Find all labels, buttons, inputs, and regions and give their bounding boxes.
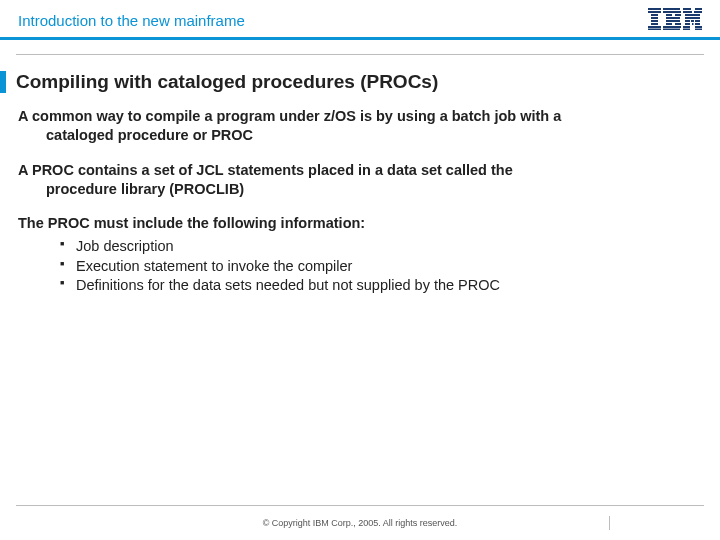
paragraph-2: A PROC contains a set of JCL statements … xyxy=(18,161,702,199)
paragraph-1: A common way to compile a program under … xyxy=(18,107,702,145)
slide-title-row: Compiling with cataloged procedures (PRO… xyxy=(0,71,720,93)
slide-title: Compiling with cataloged procedures (PRO… xyxy=(16,71,438,93)
svg-rect-30 xyxy=(695,23,700,25)
header-title: Introduction to the new mainframe xyxy=(18,12,245,29)
svg-rect-23 xyxy=(693,14,700,16)
svg-rect-24 xyxy=(685,17,700,19)
svg-rect-25 xyxy=(685,20,690,22)
footer-copyright: © Copyright IBM Corp., 2005. All rights … xyxy=(0,518,720,528)
svg-rect-28 xyxy=(685,23,690,25)
svg-rect-27 xyxy=(695,20,700,22)
svg-rect-12 xyxy=(666,17,680,19)
svg-rect-7 xyxy=(648,29,661,31)
para2-cont: procedure library (PROCLIB) xyxy=(46,180,702,199)
svg-rect-11 xyxy=(675,14,681,16)
svg-rect-14 xyxy=(666,23,672,25)
list-item: Execution statement to invoke the compil… xyxy=(60,257,702,277)
svg-rect-22 xyxy=(685,14,693,16)
bullet-list: Job description Execution statement to i… xyxy=(60,237,702,296)
svg-rect-9 xyxy=(663,11,681,13)
header-underline xyxy=(0,37,720,40)
svg-rect-34 xyxy=(695,29,702,31)
content-area: A common way to compile a program under … xyxy=(0,93,720,296)
svg-rect-21 xyxy=(694,11,702,13)
svg-rect-6 xyxy=(648,26,661,28)
svg-rect-16 xyxy=(663,26,681,28)
ibm-logo xyxy=(648,8,702,30)
para2-lead: A PROC contains a set of JCL statements … xyxy=(18,162,513,178)
svg-rect-20 xyxy=(683,11,692,13)
para1-cont: cataloged procedure or PROC xyxy=(46,126,702,145)
svg-rect-31 xyxy=(683,26,690,28)
svg-rect-10 xyxy=(666,14,672,16)
divider-top xyxy=(16,54,704,55)
svg-rect-2 xyxy=(651,14,658,16)
svg-rect-18 xyxy=(683,8,691,10)
svg-rect-8 xyxy=(663,8,680,10)
svg-rect-5 xyxy=(651,23,658,25)
svg-rect-0 xyxy=(648,8,661,10)
divider-bottom xyxy=(16,505,704,506)
svg-rect-26 xyxy=(691,20,694,22)
svg-rect-29 xyxy=(692,23,694,25)
svg-rect-33 xyxy=(683,29,690,31)
accent-bar xyxy=(0,71,6,93)
svg-rect-32 xyxy=(695,26,702,28)
svg-rect-13 xyxy=(666,20,680,22)
svg-rect-15 xyxy=(675,23,681,25)
header-bar: Introduction to the new mainframe xyxy=(0,0,720,40)
paragraph-3: The PROC must include the following info… xyxy=(18,214,702,233)
svg-rect-3 xyxy=(651,17,658,19)
svg-rect-17 xyxy=(663,29,680,31)
svg-rect-1 xyxy=(648,11,661,13)
list-item: Definitions for the data sets needed but… xyxy=(60,276,702,296)
svg-rect-4 xyxy=(651,20,658,22)
para1-lead: A common way to compile a program under … xyxy=(18,108,561,124)
svg-rect-19 xyxy=(695,8,702,10)
list-item: Job description xyxy=(60,237,702,257)
